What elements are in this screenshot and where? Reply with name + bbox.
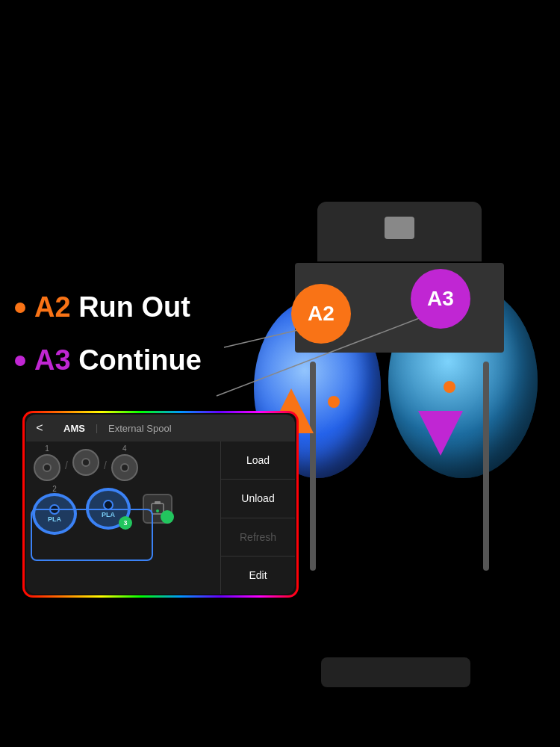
a2-label: A2	[34, 291, 71, 323]
tab-external-spool[interactable]: External Spool	[98, 418, 182, 438]
a3-status-row: A3 Continue	[15, 344, 202, 376]
a2-status-text: A2 Run Out	[34, 291, 190, 323]
slot-2-num: 2	[52, 485, 57, 493]
svg-rect-3	[155, 501, 161, 504]
spool-mid-inner	[81, 458, 90, 467]
back-button[interactable]: <	[26, 415, 53, 441]
spool-4-icon	[111, 454, 138, 481]
a2-run-out-text: Run Out	[78, 291, 190, 323]
unload-button[interactable]: Unload	[221, 480, 295, 518]
a3-dot	[15, 356, 25, 366]
a3-badge: A3	[411, 269, 470, 329]
a2-dot	[15, 303, 25, 313]
spool-1-inner	[43, 463, 52, 472]
rail-right	[483, 362, 489, 571]
sep-2: /	[102, 459, 108, 471]
printer-device	[280, 202, 519, 560]
a2-connector-dot	[328, 396, 340, 408]
arrow-down-purple	[418, 411, 463, 456]
a2-badge: A2	[291, 284, 351, 344]
panel-actions: Load Unload Refresh Edit	[220, 441, 295, 594]
slot-4-num: 4	[122, 444, 127, 453]
tab-ams[interactable]: AMS	[53, 418, 96, 438]
ams-panel: < AMS | External Spool 1 / / 4	[26, 415, 295, 594]
svg-point-4	[156, 509, 159, 512]
slot-1: 1	[34, 444, 60, 481]
load-button[interactable]: Load	[221, 441, 295, 480]
spool-mid-icon	[72, 449, 99, 476]
spool-row-1: 1 / / 4	[26, 441, 220, 483]
slot-1-num: 1	[45, 444, 49, 453]
slot-mid	[72, 449, 99, 476]
refresh-button[interactable]: Refresh	[221, 518, 295, 557]
a3-status-text: A3 Continue	[34, 344, 202, 376]
a2-connector-dot2	[444, 381, 455, 393]
device-top	[317, 202, 482, 261]
sep-1: /	[63, 459, 69, 471]
a2-status-row: A2 Run Out	[15, 291, 202, 323]
status-panel: A2 Run Out A3 Continue	[15, 291, 202, 397]
edit-button[interactable]: Edit	[221, 557, 295, 594]
selection-box	[31, 509, 153, 561]
device-stand	[321, 657, 470, 687]
panel-tabs: < AMS | External Spool	[26, 415, 295, 441]
a3-continue-text: Continue	[78, 344, 202, 376]
panel-left: 1 / / 4 2	[26, 441, 220, 594]
spool-4-inner	[120, 463, 129, 472]
device-rails	[295, 354, 504, 578]
slot-4: 4	[111, 444, 138, 481]
device-badge	[161, 510, 174, 524]
spool-1-icon	[34, 454, 60, 481]
a3-label: A3	[34, 344, 71, 376]
